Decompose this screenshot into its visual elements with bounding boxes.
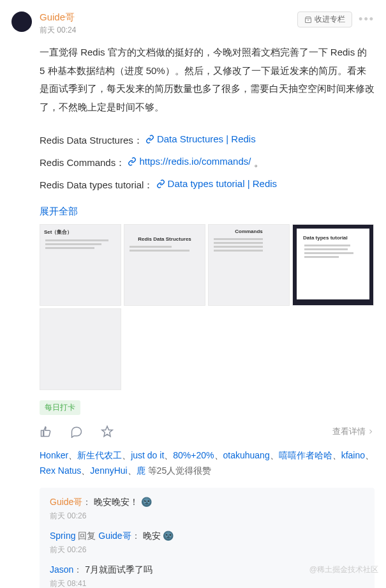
post-container: Guide哥 前天 00:24 收进专栏 ••• 一直觉得 Redis 官方的文… bbox=[0, 0, 386, 588]
liker-link[interactable]: otakuhuang bbox=[223, 450, 270, 460]
topic-tag[interactable]: 每日打卡 bbox=[40, 400, 80, 415]
link-1[interactable]: https://redis.io/commands/ bbox=[128, 153, 251, 171]
more-icon[interactable]: ••• bbox=[359, 13, 375, 26]
link-2[interactable]: Data types tutorial | Redis bbox=[156, 175, 277, 193]
link-label: Redis Data Structures： bbox=[40, 135, 143, 146]
likers-suffix: 等25人觉得很赞 bbox=[145, 465, 211, 476]
chevron-right-icon bbox=[367, 428, 375, 435]
thumbnail-0[interactable]: Set（集合） bbox=[40, 224, 121, 306]
link-text: https://redis.io/commands/ bbox=[139, 153, 251, 171]
liker-link[interactable]: 鹿 bbox=[137, 465, 145, 476]
comment-text: 7月就面试季了吗 bbox=[85, 564, 152, 575]
thumbnail-2[interactable]: Commands bbox=[208, 224, 290, 306]
thumbnail-4[interactable] bbox=[40, 308, 121, 390]
header-actions: 收进专栏 ••• bbox=[297, 11, 375, 27]
link-text: Data types tutorial | Redis bbox=[168, 175, 277, 193]
author-name[interactable]: Guide哥 bbox=[40, 11, 290, 24]
thumb-up-icon[interactable] bbox=[40, 425, 52, 438]
comment-time: 前天 00:26 bbox=[50, 511, 364, 522]
liker-link[interactable]: 80%+20% bbox=[173, 450, 214, 460]
comment-author[interactable]: Spring bbox=[50, 531, 75, 541]
avatar[interactable] bbox=[11, 11, 32, 32]
link-row-2: Redis Data types tutorial： Data types tu… bbox=[40, 175, 375, 195]
comment-text: 晚安 bbox=[143, 531, 161, 541]
view-detail-button[interactable]: 查看详情 bbox=[332, 426, 375, 437]
link-text: Data Structures | Redis bbox=[157, 130, 256, 149]
reply-target[interactable]: Guide哥 bbox=[98, 531, 131, 541]
expand-all[interactable]: 展开全部 bbox=[40, 206, 375, 218]
comment-text: 晚安晚安！ bbox=[94, 497, 138, 507]
liker-link[interactable]: Rex Natus bbox=[40, 465, 81, 476]
box-icon bbox=[304, 16, 312, 24]
user-block: Guide哥 前天 00:24 bbox=[40, 11, 290, 36]
post-content: 一直觉得 Redis 官方的文档做的挺好的，今晚对照着文档完善了一下 Redis… bbox=[40, 43, 375, 588]
liker-link[interactable]: JennyHui bbox=[90, 465, 127, 476]
link-label: Redis Data types tutorial： bbox=[40, 179, 153, 190]
star-icon[interactable] bbox=[101, 425, 114, 438]
thumbnail-1[interactable]: Redis Data Structures bbox=[124, 224, 205, 306]
link-row-1: Redis Commands： https://redis.io/command… bbox=[40, 153, 375, 172]
comment-author[interactable]: Guide哥 bbox=[50, 497, 82, 507]
link-icon bbox=[145, 135, 154, 144]
reply-label: 回复 bbox=[75, 531, 98, 541]
link-0[interactable]: Data Structures | Redis bbox=[145, 130, 256, 149]
liker-link[interactable]: just do it bbox=[131, 450, 164, 460]
thumbnail-3[interactable]: Data types tutorial bbox=[292, 224, 374, 306]
link-icon bbox=[128, 157, 137, 166]
link-row-0: Redis Data Structures： Data Structures |… bbox=[40, 130, 375, 150]
comment-time: 前天 08:41 bbox=[50, 578, 364, 588]
liker-link[interactable]: Honker bbox=[40, 450, 68, 460]
comment-time: 前天 00:26 bbox=[50, 545, 364, 555]
emoji-icon: 🌚 bbox=[161, 531, 174, 541]
view-detail-label: 查看详情 bbox=[332, 426, 366, 437]
footer-actions: 查看详情 bbox=[40, 425, 375, 438]
liker-link[interactable]: 嘻嘻作者哈哈 bbox=[279, 450, 332, 460]
collect-label: 收进专栏 bbox=[315, 14, 345, 25]
comment-item: Spring 回复 Guide哥： 晚安 🌚前天 00:26 bbox=[50, 531, 364, 555]
liker-link[interactable]: kfaino bbox=[341, 450, 365, 460]
post-header: Guide哥 前天 00:24 收进专栏 ••• bbox=[11, 11, 375, 36]
thumbnail-grid: Set（集合） Redis Data Structures Commands D… bbox=[40, 224, 375, 390]
link-suffix: 。 bbox=[254, 157, 264, 168]
link-label: Redis Commands： bbox=[40, 157, 125, 168]
comment-author[interactable]: Jason bbox=[50, 564, 73, 575]
post-timestamp: 前天 00:24 bbox=[40, 25, 290, 36]
post-body: 一直觉得 Redis 官方的文档做的挺好的，今晚对照着文档完善了一下 Redis… bbox=[40, 43, 375, 116]
link-icon bbox=[156, 179, 165, 188]
likers-list: Honker、新生代农工、just do it、80%+20%、otakuhua… bbox=[40, 448, 375, 479]
liker-link[interactable]: 新生代农工 bbox=[77, 450, 122, 460]
collect-button[interactable]: 收进专栏 bbox=[297, 11, 352, 27]
watermark: @稀土掘金技术社区 bbox=[309, 564, 378, 575]
emoji-icon: 🌚 bbox=[138, 497, 152, 507]
comment-item: Guide哥： 晚安晚安！ 🌚前天 00:26 bbox=[50, 497, 364, 522]
svg-rect-0 bbox=[306, 19, 311, 23]
comment-icon[interactable] bbox=[70, 425, 83, 438]
